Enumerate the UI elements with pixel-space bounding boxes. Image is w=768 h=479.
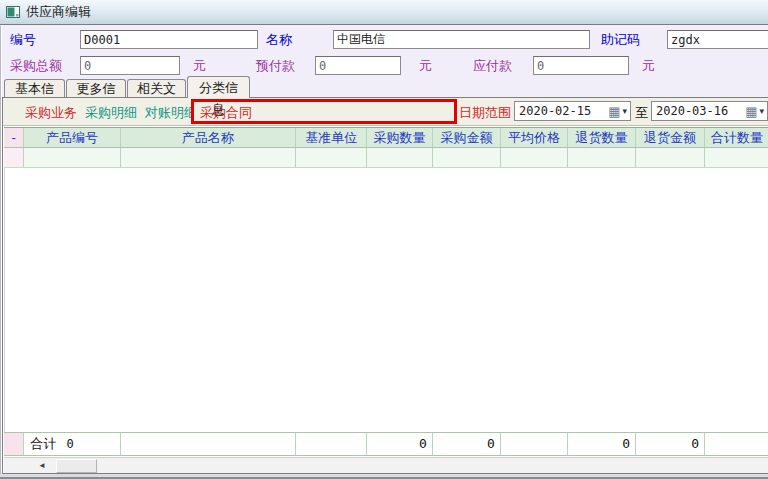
footer-selector-cell <box>4 433 24 455</box>
grid-header-row: - 产品编号 产品名称 基准单位 采购数量 采购金额 平均价格 退货数量 退货金… <box>4 127 768 148</box>
mnemonic-input[interactable] <box>667 30 768 49</box>
grid-header-base-unit[interactable]: 基准单位 <box>296 128 367 147</box>
mnemonic-label: 助记码 <box>601 31 640 49</box>
window-title: 供应商编辑 <box>26 3 91 21</box>
tab-basic-info[interactable]: 基本信息 <box>4 79 65 98</box>
footer-avg-price <box>501 433 568 455</box>
link-purchase-detail[interactable]: 采购明细 <box>85 104 137 122</box>
grid-body-empty-area <box>4 168 768 432</box>
grid-footer-row: 合计0 0 0 0 0 <box>4 432 768 456</box>
grid-header-purchase-amount[interactable]: 采购金额 <box>433 128 501 147</box>
purchase-total-unit: 元 <box>193 57 206 75</box>
payable-input[interactable] <box>533 56 629 75</box>
tab-content-panel: 采购业务 采购明细 对账明细 采购合同 日期范围 2020-02-15 ▦ ▾ … <box>2 97 768 474</box>
date-from-value: 2020-02-15 <box>519 104 608 118</box>
code-input[interactable] <box>80 30 258 49</box>
grid-header-product-name[interactable]: 产品名称 <box>121 128 297 147</box>
purchase-total-input[interactable] <box>80 56 180 75</box>
calendar-icon[interactable]: ▦ <box>745 105 757 118</box>
link-purchase-contract[interactable]: 采购合同 <box>200 104 252 122</box>
payable-label: 应付款 <box>473 57 512 75</box>
grid-header-total-qty[interactable]: 合计数量 <box>705 128 768 147</box>
scrollbar-thumb[interactable] <box>56 459 97 473</box>
code-label: 编号 <box>10 31 36 49</box>
name-label: 名称 <box>266 31 292 49</box>
date-to-value: 2020-03-16 <box>656 104 745 118</box>
date-range-label: 日期范围 <box>459 104 511 122</box>
grid-header-return-qty[interactable]: 退货数量 <box>568 128 636 147</box>
tab-related-files[interactable]: 相关文件 <box>127 79 186 98</box>
date-to-field[interactable]: 2020-03-16 ▦ ▾ <box>651 101 768 121</box>
prepay-input[interactable] <box>315 56 401 75</box>
footer-purchase-qty: 0 <box>367 433 433 455</box>
footer-return-qty: 0 <box>568 433 636 455</box>
titlebar: 供应商编辑 <box>0 0 768 25</box>
footer-total-label: 合计 <box>30 436 56 451</box>
prepay-unit: 元 <box>419 57 432 75</box>
calendar-icon[interactable]: ▦ <box>608 105 620 118</box>
toolbar: 采购业务 采购明细 对账明细 采购合同 日期范围 2020-02-15 ▦ ▾ … <box>3 98 768 126</box>
footer-return-amount: 0 <box>636 433 705 455</box>
horizontal-scrollbar[interactable]: ◄ <box>4 457 768 473</box>
footer-total-count: 0 <box>66 437 73 451</box>
grid-header-purchase-qty[interactable]: 采购数量 <box>367 128 433 147</box>
tab-category-info[interactable]: 分类信息 <box>187 76 250 98</box>
highlight-box: 采购合同 <box>191 99 457 124</box>
window-bottom-edge <box>0 474 768 479</box>
link-reconciliation-detail[interactable]: 对账明细 <box>145 104 197 122</box>
footer-total-cell: 合计0 <box>24 433 120 455</box>
payable-unit: 元 <box>642 57 655 75</box>
date-from-field[interactable]: 2020-02-15 ▦ ▾ <box>514 101 631 121</box>
grid-header-return-amount[interactable]: 退货金额 <box>636 128 705 147</box>
footer-purchase-amount: 0 <box>433 433 501 455</box>
link-purchase-business[interactable]: 采购业务 <box>25 104 77 122</box>
purchase-total-label: 采购总额 <box>10 57 62 75</box>
name-input[interactable] <box>333 30 590 49</box>
grid-header-avg-price[interactable]: 平均价格 <box>501 128 568 147</box>
tab-more-info[interactable]: 更多信息 <box>66 79 126 98</box>
scroll-left-icon[interactable]: ◄ <box>34 459 50 473</box>
supplier-edit-window: 供应商编辑 编号 名称 助记码 采购总额 元 预付款 元 应付款 元 基本信息 … <box>0 0 768 479</box>
grid-header-product-code[interactable]: 产品编号 <box>24 128 120 147</box>
window-icon <box>6 6 20 18</box>
between-label: 至 <box>635 104 648 122</box>
grid-header-selector[interactable]: - <box>4 128 24 147</box>
chevron-down-icon[interactable]: ▾ <box>621 106 630 116</box>
chevron-down-icon[interactable]: ▾ <box>758 106 767 116</box>
grid-empty-row[interactable] <box>4 148 768 168</box>
prepay-label: 预付款 <box>256 57 295 75</box>
row-selector-cell[interactable] <box>4 148 24 167</box>
